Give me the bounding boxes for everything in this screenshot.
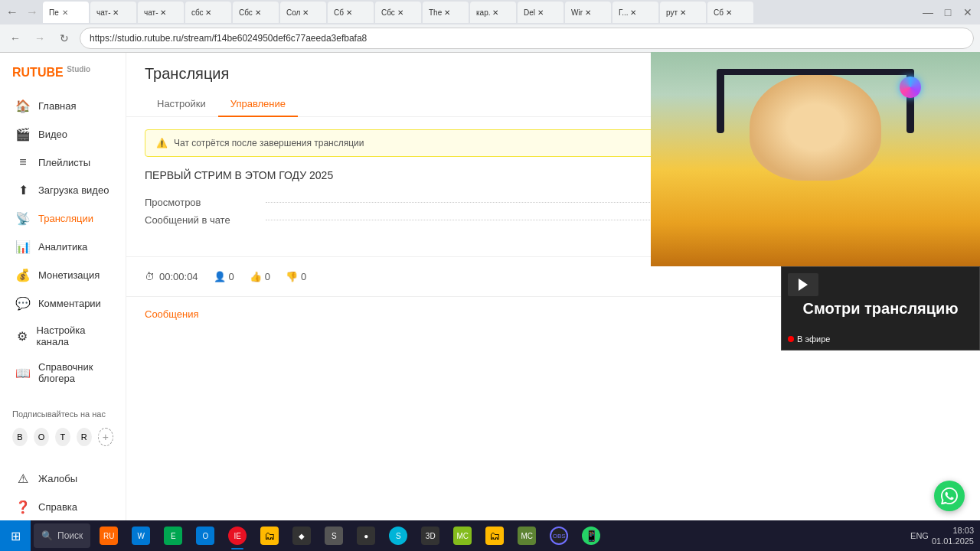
taskbar-app-explorer2[interactable]: 🗂 [479, 520, 510, 551]
sidebar-item-video[interactable]: 🎬 Видео [3, 121, 122, 148]
browser-tab[interactable]: рут ✕ [660, 2, 706, 23]
taskbar-app-app7[interactable]: S [318, 520, 349, 551]
video-panel [651, 52, 980, 266]
taskbar-app-mcskin[interactable]: MC [447, 520, 478, 551]
upload-icon: ⬆ [15, 183, 31, 197]
channel-settings-icon: ⚙ [15, 329, 29, 344]
browser-tab[interactable]: кар. ✕ [470, 2, 516, 23]
vk-icon[interactable]: В [12, 428, 28, 446]
search-text: Поиск [57, 530, 83, 541]
sidebar-item-comments[interactable]: 💬 Комментарии [3, 290, 122, 317]
taskbar-date-display: 01.01.2025 [932, 536, 974, 546]
start-button[interactable]: ⊞ [0, 520, 31, 551]
guide-icon: 📖 [15, 366, 31, 380]
browser-maximize[interactable]: □ [939, 3, 957, 21]
warning-text: Чат сотрётся после завершения трансляции [174, 138, 364, 148]
browser-tab[interactable]: Сбс ✕ [233, 2, 279, 23]
streams-icon: 📡 [15, 211, 31, 226]
messages-label: Сообщения [145, 308, 199, 320]
back-button[interactable]: ← [6, 29, 24, 47]
dislike-icon: 👎 [286, 271, 298, 282]
taskbar-app-obs[interactable]: OBS [544, 520, 574, 551]
rutube-icon[interactable]: R [77, 428, 92, 446]
video-feed [651, 52, 980, 266]
complaints-icon: ⚠ [15, 471, 31, 486]
taskbar-app-studio[interactable]: RU [93, 520, 124, 551]
taskbar-lang[interactable]: ENG [910, 531, 929, 540]
sidebar-item-playlists[interactable]: ≡ Плейлисты [3, 149, 122, 175]
browser-tab[interactable]: Сб ✕ [707, 2, 753, 23]
browser-close[interactable]: ✕ [959, 3, 977, 21]
preview-live: В эфире [788, 334, 830, 344]
browser-tab[interactable]: Wir ✕ [565, 2, 611, 23]
taskbar-app-dark[interactable]: ◆ [286, 520, 317, 551]
browser-tab[interactable]: Сбс ✕ [375, 2, 421, 23]
browser-tab[interactable]: Сб ✕ [328, 2, 374, 23]
telegram-icon[interactable]: Т [55, 428, 70, 446]
stream-timer: ⏱ 00:00:04 [145, 271, 198, 282]
address-bar: ← → ↻ https://studio.rutube.ru/stream/f1… [0, 24, 980, 52]
browser-forward[interactable]: → [23, 3, 41, 21]
reload-button[interactable]: ↻ [55, 29, 74, 47]
stat-messages-label: Сообщений в чате [145, 214, 260, 226]
browser-tab[interactable]: чат- ✕ [138, 2, 184, 23]
tab-settings[interactable]: Настройки [145, 92, 218, 117]
browser-minimize[interactable]: — [919, 3, 937, 21]
sidebar: RUTUBE Studio 🏠 Главная 🎬 Видео ≡ Плейли… [0, 53, 126, 551]
tab-close[interactable]: ✕ [62, 8, 68, 17]
taskbar-app-whatsapp[interactable]: 📱 [576, 520, 606, 551]
browser-back[interactable]: ← [3, 3, 21, 21]
browser-tab[interactable]: Г... ✕ [612, 2, 658, 23]
logo: RUTUBE Studio [0, 59, 126, 92]
like-counter: 👍 0 [250, 271, 270, 282]
taskbar-app-minecraft[interactable]: MC [511, 520, 542, 551]
browser-tab[interactable]: чат- ✕ [90, 2, 136, 23]
tab-management[interactable]: Управление [218, 92, 298, 117]
timer-value: 00:00:04 [159, 271, 198, 282]
viewer-count: 0 [229, 271, 234, 282]
sidebar-item-complaints[interactable]: ⚠ Жалобы [3, 465, 122, 492]
taskbar-app-skype[interactable]: S [383, 520, 413, 551]
add-social-button[interactable]: + [98, 428, 113, 446]
sidebar-item-upload[interactable]: ⬆ Загрузка видео [3, 177, 122, 204]
browser-tab-active[interactable]: Пе ✕ [43, 2, 89, 23]
ok-icon[interactable]: О [34, 428, 49, 446]
playlists-icon: ≡ [15, 155, 31, 169]
sidebar-item-blogger-guide[interactable]: 📖 Справочник блогера [3, 355, 122, 390]
taskbar-app-word[interactable]: W [126, 520, 156, 551]
taskbar-app-3d[interactable]: 3D [415, 520, 446, 551]
preview-card[interactable]: Смотри трансляцию В эфире [781, 266, 980, 350]
taskbar-apps: RU W E O IE 🗂 ◆ S ● S 3D [93, 520, 904, 551]
taskbar-app-4[interactable]: O [190, 520, 220, 551]
taskbar-app-browser[interactable]: IE [222, 520, 253, 551]
sidebar-item-help[interactable]: ❓ Справка [3, 494, 122, 520]
taskbar-search[interactable]: 🔍 Поиск [34, 523, 90, 548]
browser-tab[interactable]: The ✕ [423, 2, 469, 23]
like-count: 0 [265, 271, 270, 282]
sidebar-item-channel-settings[interactable]: ⚙ Настройка канала [3, 318, 122, 354]
url-bar[interactable]: https://studio.rutube.ru/stream/f14be602… [80, 28, 974, 49]
taskbar-app-explorer[interactable]: 🗂 [254, 520, 285, 551]
help-icon: ❓ [15, 500, 31, 514]
home-icon: 🏠 [15, 99, 31, 113]
browser-tab[interactable]: Сол ✕ [280, 2, 326, 23]
sidebar-item-streams[interactable]: 📡 Трансляции [3, 205, 122, 232]
taskbar-app-app8[interactable]: ● [351, 520, 381, 551]
taskbar-time-display: 18:03 [932, 525, 974, 536]
sidebar-item-monetization[interactable]: 💰 Монетизация [3, 262, 122, 289]
sidebar-item-analytics[interactable]: 📊 Аналитика [3, 233, 122, 260]
stat-views-label: Просмотров [145, 197, 260, 208]
forward-button[interactable]: → [31, 29, 49, 47]
whatsapp-fab[interactable] [934, 481, 965, 511]
dislike-counter: 👎 0 [286, 271, 306, 282]
url-text: https://studio.rutube.ru/stream/f14be602… [90, 33, 367, 44]
warning-icon: ⚠️ [156, 138, 168, 148]
sidebar-item-home[interactable]: 🏠 Главная [3, 93, 122, 119]
video-icon: 🎬 [15, 127, 31, 142]
browser-tab[interactable]: Del ✕ [518, 2, 564, 23]
like-icon: 👍 [250, 271, 262, 282]
viewer-counter: 👤 0 [214, 271, 234, 282]
browser-chrome: ← → Пе ✕ чат- ✕ чат- ✕ сбс ✕ Сбс ✕ Сол ✕… [0, 0, 980, 53]
browser-tab[interactable]: сбс ✕ [185, 2, 231, 23]
taskbar-app-3[interactable]: E [158, 520, 188, 551]
